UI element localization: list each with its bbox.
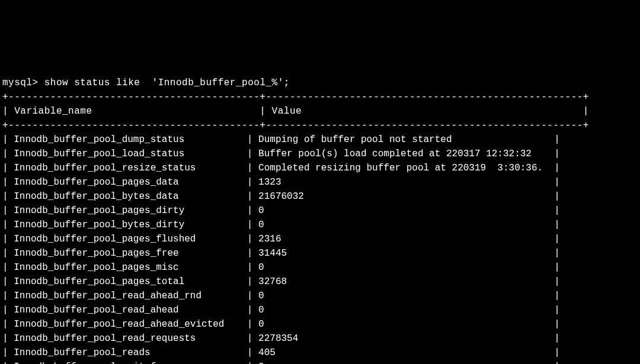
sql-query: show status like 'Innodb_buffer_pool_%'; <box>44 78 290 88</box>
table-body: | Innodb_buffer_pool_dump_status | Dumpi… <box>2 133 638 364</box>
mysql-prompt-line: mysql> show status like 'Innodb_buffer_p… <box>2 78 290 88</box>
table-border-sep: +---------------------------------------… <box>2 120 589 131</box>
terminal-output: mysql> show status like 'Innodb_buffer_p… <box>2 62 638 364</box>
table-header-row: | Variable_name | Value | <box>2 106 589 117</box>
mysql-prompt: mysql> <box>2 78 44 88</box>
table-border-top: +---------------------------------------… <box>2 92 589 102</box>
